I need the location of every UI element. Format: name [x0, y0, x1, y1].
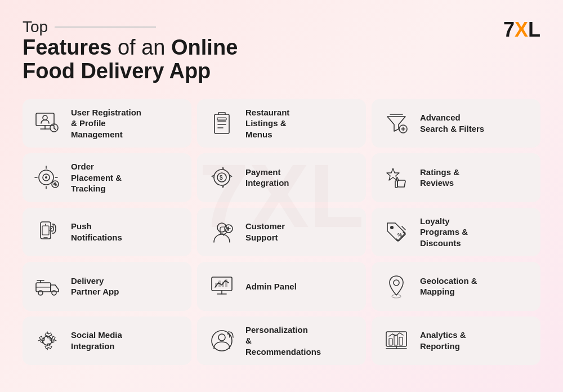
svg-rect-44 [215, 283, 217, 287]
header: Top Features of an Online Food Delivery … [23, 18, 540, 83]
svg-point-48 [394, 280, 399, 286]
logo-x: X [515, 18, 528, 41]
feature-label-order-placement: OrderPlacement &Tracking [71, 161, 122, 194]
svg-text:%: % [397, 232, 402, 238]
feature-label-analytics: Analytics &Reporting [420, 329, 466, 351]
title-bold-features: Features [23, 35, 111, 59]
feature-label-user-registration: User Registration& ProfileManagement [71, 107, 141, 140]
feature-card-ratings-reviews: Ratings &Reviews [372, 153, 540, 202]
svg-point-4 [43, 115, 47, 120]
svg-rect-46 [222, 282, 224, 287]
svg-rect-57 [394, 335, 397, 345]
funnel-settings-icon [381, 108, 412, 139]
title-block: Top Features of an Online Food Delivery … [23, 18, 238, 83]
feature-label-ratings-reviews: Ratings &Reviews [420, 167, 459, 189]
feature-card-delivery-partner: DeliveryPartner App [23, 262, 191, 311]
feature-card-loyalty-programs: % LoyaltyPrograms &Discounts [372, 208, 540, 257]
feature-card-payment-integration: $ PaymentIntegration [197, 153, 366, 202]
feature-label-loyalty-programs: LoyaltyPrograms &Discounts [420, 216, 468, 249]
feature-label-push-notifications: PushNotifications [71, 221, 122, 243]
feature-card-restaurant-listings: RestaurantListings &Menus [197, 99, 366, 148]
feature-card-user-registration: User Registration& ProfileManagement [23, 99, 191, 148]
svg-rect-58 [399, 337, 403, 345]
svg-point-50 [43, 336, 52, 345]
feature-label-geolocation: Geolocation &Mapping [420, 275, 477, 297]
truck-icon [32, 270, 63, 302]
mobile-bell-icon [32, 216, 63, 248]
feature-card-push-notifications: PushNotifications [23, 208, 191, 257]
star-thumb-icon [381, 162, 412, 193]
feature-card-personalization: Personalization&Recommendations [197, 317, 366, 366]
feature-card-advanced-search: AdvancedSearch & Filters [372, 99, 540, 148]
title-main: Features of an Online Food Delivery App [23, 36, 238, 83]
feature-label-customer-support: CustomerSupport [245, 221, 285, 243]
feature-label-delivery-partner: DeliveryPartner App [71, 275, 119, 297]
feature-label-personalization: Personalization&Recommendations [245, 324, 321, 358]
svg-rect-56 [389, 338, 392, 345]
title-bold-app: Food Delivery App [23, 59, 211, 83]
feature-label-social-media: Social MediaIntegration [71, 329, 122, 351]
feature-card-analytics: Analytics &Reporting [372, 317, 540, 366]
svg-point-14 [45, 176, 47, 179]
feature-label-restaurant-listings: RestaurantListings &Menus [245, 107, 289, 140]
feature-label-admin-panel: Admin Panel [245, 281, 297, 292]
title-light-of: of an [111, 35, 171, 59]
svg-rect-5 [215, 114, 229, 133]
svg-rect-9 [217, 118, 226, 120]
features-grid: User Registration& ProfileManagement Res… [23, 99, 540, 366]
logo-text: 7XL [503, 18, 540, 42]
svg-rect-47 [225, 279, 227, 287]
feature-card-order-placement: OrderPlacement &Tracking [23, 153, 191, 202]
svg-rect-25 [395, 181, 397, 188]
svg-point-52 [218, 334, 225, 341]
feature-card-social-media: Social MediaIntegration [23, 317, 191, 366]
feature-card-customer-support: CustomerSupport [197, 208, 366, 257]
svg-rect-45 [218, 280, 221, 287]
clipboard-menu-icon [206, 108, 238, 139]
person-circle-icon [206, 325, 238, 357]
title-top-row: Top [23, 18, 238, 36]
logo-block: 7XL [503, 18, 540, 42]
chart-monitor-icon [206, 270, 238, 302]
svg-rect-29 [42, 226, 49, 235]
target-gear-icon [32, 162, 63, 193]
chart-bar-icon [381, 325, 412, 357]
feature-label-payment-integration: PaymentIntegration [245, 167, 289, 189]
gear-settings-icon [32, 325, 63, 357]
monitor-user-icon [32, 108, 63, 139]
svg-text:$: $ [220, 175, 223, 181]
gear-dollar-icon: $ [206, 162, 238, 193]
svg-point-33 [390, 226, 394, 229]
feature-label-advanced-search: AdvancedSearch & Filters [420, 112, 484, 134]
person-chat-icon [206, 216, 238, 248]
title-top-text: Top [23, 18, 48, 36]
title-decorative-line [55, 26, 156, 28]
title-bold-online: Online [171, 35, 238, 59]
main-container: Top Features of an Online Food Delivery … [0, 0, 563, 378]
feature-card-admin-panel: Admin Panel [197, 262, 366, 311]
feature-card-geolocation: Geolocation &Mapping [372, 262, 540, 311]
tag-percent-icon: % [381, 216, 412, 248]
location-pin-icon [381, 270, 412, 302]
